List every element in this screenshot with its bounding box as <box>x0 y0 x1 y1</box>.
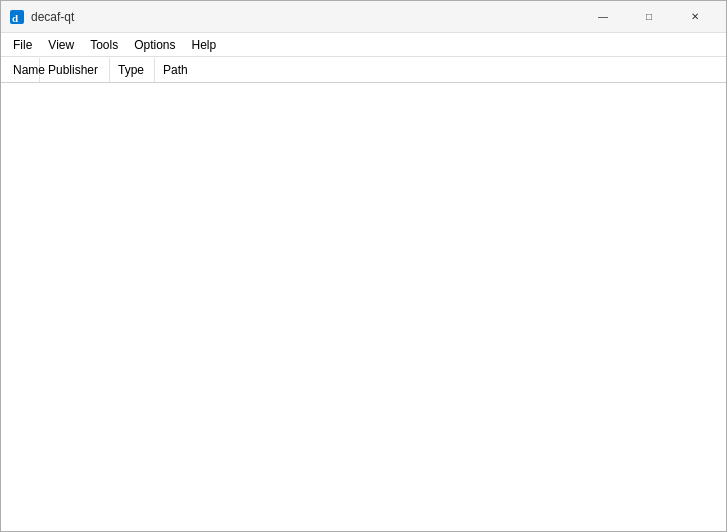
content-area <box>1 83 726 531</box>
svg-text:d: d <box>12 12 18 24</box>
menu-file[interactable]: File <box>5 34 40 56</box>
column-path[interactable]: Path <box>155 58 205 82</box>
menu-help[interactable]: Help <box>184 34 225 56</box>
maximize-button[interactable]: □ <box>626 1 672 33</box>
titlebar: d decaf-qt — □ ✕ <box>1 1 726 33</box>
table-header: Name Publisher Type Path <box>1 57 726 83</box>
column-type[interactable]: Type <box>110 58 155 82</box>
window-controls: — □ ✕ <box>580 1 718 33</box>
close-button[interactable]: ✕ <box>672 1 718 33</box>
minimize-button[interactable]: — <box>580 1 626 33</box>
menubar: File View Tools Options Help <box>1 33 726 57</box>
column-publisher[interactable]: Publisher <box>40 58 110 82</box>
menu-options[interactable]: Options <box>126 34 183 56</box>
menu-view[interactable]: View <box>40 34 82 56</box>
app-window: d decaf-qt — □ ✕ File View Tools Options… <box>0 0 727 532</box>
window-title: decaf-qt <box>31 10 580 24</box>
menu-tools[interactable]: Tools <box>82 34 126 56</box>
app-icon: d <box>9 9 25 25</box>
column-name[interactable]: Name <box>5 58 40 82</box>
